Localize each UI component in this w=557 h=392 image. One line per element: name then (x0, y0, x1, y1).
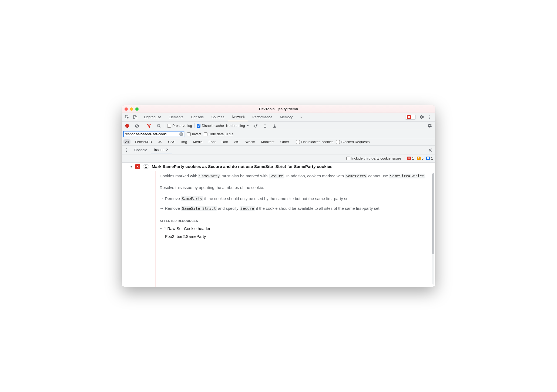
preserve-log-label: Preserve log (172, 124, 192, 128)
throttling-value: No throttling (226, 124, 245, 128)
type-media[interactable]: Media (192, 139, 204, 144)
type-doc[interactable]: Doc (220, 139, 229, 144)
throttling-select[interactable]: No throttling ▼ (226, 124, 249, 128)
inspect-icon[interactable] (123, 113, 131, 121)
main-tabbar: Lighthouse Elements Console Sources Netw… (122, 113, 435, 121)
code-secure: Secure (269, 174, 284, 178)
upload-har-icon[interactable] (261, 124, 269, 128)
info-icon (426, 157, 430, 160)
svg-point-5 (430, 118, 430, 119)
close-tab-icon[interactable]: ✕ (166, 148, 169, 152)
svg-point-14 (126, 148, 127, 149)
error-icon: ✕ (135, 164, 140, 169)
resolve-instruction: Resolve this issue by updating the attri… (160, 184, 429, 191)
cookie-value: Foo2=bar2;SameParty (165, 233, 429, 240)
filter-icon[interactable] (145, 124, 153, 128)
drawer-close-icon[interactable] (427, 146, 434, 154)
error-icon: ✕ (407, 115, 411, 119)
issue-count-badge: 1 (143, 164, 149, 169)
tab-memory[interactable]: Memory (276, 113, 296, 121)
code-secure: Secure (240, 206, 255, 211)
issue-warn-count: 0 (422, 156, 424, 160)
disable-cache-checkbox[interactable]: Disable cache (197, 124, 224, 128)
type-manifest[interactable]: Manifest (259, 139, 276, 144)
tab-sources[interactable]: Sources (208, 113, 228, 121)
error-count-badge[interactable]: ✕ 1 (405, 115, 416, 120)
svg-rect-2 (135, 116, 137, 119)
divider (140, 113, 140, 118)
tab-console[interactable]: Console (187, 113, 207, 121)
search-icon[interactable] (155, 124, 163, 128)
issue-severity-line (156, 171, 156, 287)
type-fetchxhr[interactable]: Fetch/XHR (133, 139, 154, 144)
network-conditions-icon[interactable] (251, 124, 259, 128)
download-har-icon[interactable] (271, 124, 278, 128)
filter-input-wrap: ✕ (123, 131, 184, 137)
error-icon: ✕ (407, 157, 411, 160)
affected-resources-header: AFFECTED RESOURCES (160, 218, 429, 223)
blocked-requests-label: Blocked Requests (341, 140, 370, 144)
type-js[interactable]: JS (156, 139, 164, 144)
type-ws[interactable]: WS (232, 139, 241, 144)
preserve-log-checkbox[interactable]: Preserve log (167, 124, 192, 128)
code-samesite-strict: SameSite=Strict (181, 206, 217, 211)
svg-point-15 (126, 150, 127, 150)
issue-count-error[interactable]: ✕ 1 (407, 156, 414, 160)
invert-checkbox[interactable]: Invert (187, 132, 201, 136)
menu-icon[interactable] (426, 113, 434, 121)
type-img[interactable]: Img (180, 139, 189, 144)
type-all[interactable]: All (123, 139, 130, 144)
issue-info-count: 1 (431, 156, 433, 160)
tab-network[interactable]: Network (228, 113, 248, 121)
drawer-tab-issues[interactable]: Issues ✕ (151, 146, 172, 154)
filter-input[interactable] (123, 131, 184, 137)
hide-data-urls-checkbox[interactable]: Hide data URLs (204, 132, 234, 136)
disable-cache-label: Disable cache (202, 124, 224, 128)
settings-icon[interactable] (418, 113, 425, 121)
type-other[interactable]: Other (279, 139, 291, 144)
titlebar: DevTools - jec.fyi/demo (122, 105, 435, 113)
issue-error-count: 1 (412, 156, 414, 160)
divider (404, 156, 404, 161)
svg-rect-19 (427, 157, 429, 159)
network-settings-icon[interactable] (426, 123, 434, 128)
tabs-overflow[interactable]: » (297, 113, 306, 121)
issue-count-warn[interactable]: ! 0 (417, 156, 424, 160)
expand-toggle-icon[interactable]: ▼ (130, 165, 133, 168)
code-samesite-strict: SameSite=Strict (389, 174, 425, 178)
svg-line-7 (136, 125, 138, 127)
type-font[interactable]: Font (207, 139, 217, 144)
device-toggle-icon[interactable] (132, 113, 139, 121)
clear-icon[interactable] (133, 124, 141, 128)
blocked-requests-checkbox[interactable]: Blocked Requests (336, 140, 370, 144)
include-third-party-checkbox[interactable]: Include third-party cookie issues (346, 156, 402, 160)
drawer-menu-icon[interactable] (123, 146, 130, 154)
type-filter-row: All Fetch/XHR JS CSS Img Media Font Doc … (122, 138, 435, 146)
record-button[interactable] (123, 124, 131, 128)
has-blocked-cookies-checkbox[interactable]: Has blocked cookies (296, 140, 333, 144)
chevron-down-icon: ▼ (247, 124, 249, 127)
issue-title: Mark SameParty cookies as Secure and do … (152, 164, 333, 169)
type-css[interactable]: CSS (166, 139, 177, 144)
scrollbar-thumb[interactable] (432, 173, 434, 254)
expand-toggle-icon[interactable]: ▼ (160, 227, 162, 231)
svg-point-16 (126, 151, 127, 152)
drawer-tab-console[interactable]: Console (131, 146, 150, 154)
issues-panel: ▼ ✕ 1 Mark SameParty cookies as Secure a… (122, 163, 435, 287)
clear-filter-icon[interactable]: ✕ (179, 132, 183, 136)
type-wasm[interactable]: Wasm (244, 139, 257, 144)
resolution-bullet-2: Remove SameSite=Strict and specify Secur… (160, 205, 429, 212)
affected-resource-label: 1 Raw Set-Cookie header (164, 225, 210, 232)
tab-elements[interactable]: Elements (165, 113, 187, 121)
devtools-window: DevTools - jec.fyi/demo Lighthouse Eleme… (122, 105, 435, 287)
tab-lighthouse[interactable]: Lighthouse (140, 113, 165, 121)
invert-label: Invert (192, 132, 201, 136)
affected-resource-row[interactable]: ▼ 1 Raw Set-Cookie header (160, 225, 429, 232)
window-title: DevTools - jec.fyi/demo (122, 107, 435, 111)
tab-performance[interactable]: Performance (249, 113, 276, 121)
resolution-bullet-1: Remove SameParty if the cookie should on… (160, 195, 429, 202)
issue-header-row[interactable]: ▼ ✕ 1 Mark SameParty cookies as Secure a… (122, 163, 435, 171)
issue-count-info[interactable]: 1 (426, 156, 433, 160)
svg-point-8 (157, 124, 160, 127)
code-sameparty: SameParty (345, 174, 367, 178)
